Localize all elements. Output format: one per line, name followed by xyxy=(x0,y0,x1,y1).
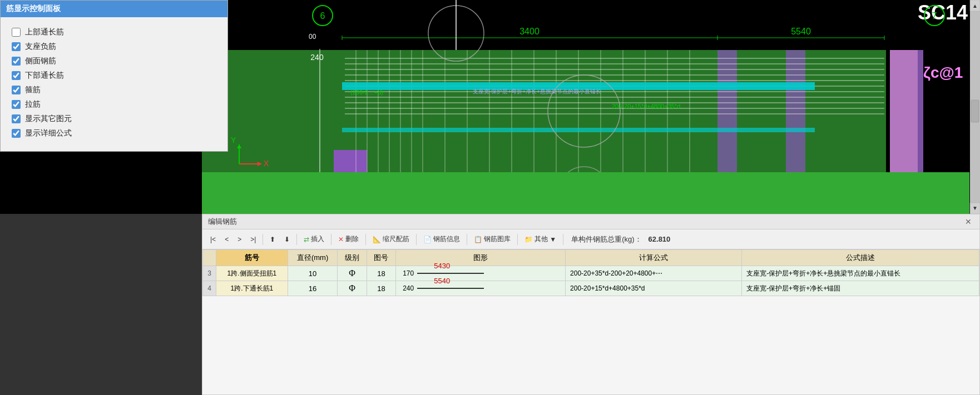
download-icon: ⬇ xyxy=(284,236,290,243)
fig-no-cell: 18 xyxy=(367,281,395,296)
checkbox-7[interactable] xyxy=(12,129,21,138)
col-header-formula: 计算公式 xyxy=(566,250,742,266)
scale-rebar-button[interactable]: 📐 缩尺配筋 xyxy=(369,233,413,246)
nav-first-label: |< xyxy=(210,236,216,243)
delete-button[interactable]: ✕ 删除 xyxy=(335,233,362,246)
col-header-formula-desc: 公式描述 xyxy=(742,250,979,266)
svg-text:▼: ▼ xyxy=(972,205,978,211)
table-row[interactable]: 31跨.侧面受扭筋110Φ18 170 5430 200-20+35*d-200… xyxy=(203,266,979,281)
checkbox-row-0: 上部通长筋 xyxy=(12,27,216,37)
control-panel-body: 上部通长筋支座负筋侧面钢筋下部通长筋箍筋拉筋显示其它图元显示详细公式 xyxy=(1,17,227,151)
svg-rect-73 xyxy=(971,100,979,122)
scale-icon: 📐 xyxy=(373,236,381,243)
bottom-panel-title: 编辑钢筋 xyxy=(208,217,237,227)
delete-icon: ✕ xyxy=(338,236,344,243)
separator-7 xyxy=(517,234,518,245)
nav-prev-label: < xyxy=(225,236,229,243)
checkbox-row-7: 显示详细公式 xyxy=(12,128,216,138)
rebar-info-button[interactable]: 📄 钢筋信息 xyxy=(420,233,463,246)
checkbox-3[interactable] xyxy=(12,71,21,80)
insert-label: 插入 xyxy=(311,234,324,244)
checkbox-label-7: 显示详细公式 xyxy=(25,128,72,138)
svg-text:7: 7 xyxy=(932,11,937,21)
nav-last-label: >| xyxy=(250,236,256,243)
svg-text:200-20+15*d+4800+35*d: 200-20+15*d+4800+35*d xyxy=(612,103,680,109)
separator-4 xyxy=(365,234,366,245)
other-button[interactable]: 📁 其他 ▼ xyxy=(521,233,560,246)
svg-text:Y: Y xyxy=(231,136,236,144)
svg-text:X: X xyxy=(264,159,269,168)
separator-8 xyxy=(563,234,563,245)
formula-cell: 200-20+15*d+4800+35*d xyxy=(566,281,742,296)
checkbox-label-3: 下部通长筋 xyxy=(25,71,64,81)
nav-first-button[interactable]: |< xyxy=(207,234,219,245)
upload-button[interactable]: ⬆ xyxy=(266,234,279,245)
other-arrow-icon: ▼ xyxy=(550,236,556,243)
checkbox-row-3: 下部通长筋 xyxy=(12,71,216,81)
diameter-cell: 10 xyxy=(288,266,337,281)
figure-cell: 170 5430 xyxy=(396,266,566,281)
checkbox-6[interactable] xyxy=(12,114,21,123)
nav-prev-button[interactable]: < xyxy=(221,234,232,245)
insert-icon: ⇄ xyxy=(304,236,309,243)
formula-desc-cell: 支座宽-保护层+弯折+净长+锚固 xyxy=(742,281,979,296)
weight-label: 单构件钢筋总重(kg)： xyxy=(571,234,641,244)
col-header-rebarno: 筋号 xyxy=(216,250,288,266)
scale-label: 缩尺配筋 xyxy=(383,234,409,244)
checkbox-label-5: 拉筋 xyxy=(25,99,41,109)
formula-cell: 200-20+35*d-200+20+4800+⋯ xyxy=(566,266,742,281)
delete-label: 删除 xyxy=(345,234,359,244)
rebar-lib-icon: 📋 xyxy=(474,236,482,243)
checkbox-0[interactable] xyxy=(12,28,21,37)
svg-text:▲: ▲ xyxy=(972,3,978,9)
svg-text:6: 6 xyxy=(320,11,325,21)
upload-icon: ⬆ xyxy=(270,236,275,243)
separator-3 xyxy=(331,234,331,245)
close-button[interactable]: ✕ xyxy=(963,217,974,226)
checkbox-label-6: 显示其它图元 xyxy=(25,114,72,124)
rebar-info-label: 钢筋信息 xyxy=(433,234,460,244)
bottom-panel: 编辑钢筋 ✕ |< < > >| ⬆ ⬇ ⇄ 插入 ✕ 删除 xyxy=(202,214,980,395)
nav-last-button[interactable]: >| xyxy=(247,234,259,245)
col-header-figno: 图号 xyxy=(367,250,395,266)
rebar-data-table: 筋号 直径(mm) 级别 图号 图形 计算公式 公式描述 31跨.侧面受扭筋11… xyxy=(202,249,979,296)
checkbox-1[interactable] xyxy=(12,42,21,51)
figure-cell: 240 5540 xyxy=(396,281,566,296)
svg-text:支座宽-保护层+弯折+净长+悬挑梁节点的最小直锚长: 支座宽-保护层+弯折+净长+悬挑梁节点的最小直锚长 xyxy=(473,88,601,94)
col-header-diameter: 直径(mm) xyxy=(288,250,337,266)
svg-text:ζc@1: ζc@1 xyxy=(923,64,963,81)
separator-6 xyxy=(467,234,467,245)
row-number: 4 xyxy=(203,281,216,296)
separator-5 xyxy=(416,234,417,245)
table-row[interactable]: 41跨.下通长筋116Φ18 240 5540 200-20+15*d+4800… xyxy=(203,281,979,296)
other-icon: 📁 xyxy=(524,236,533,243)
svg-text:00: 00 xyxy=(309,33,316,41)
grade-cell: Φ xyxy=(338,266,367,281)
nav-next-label: > xyxy=(237,236,241,243)
nav-next-button[interactable]: > xyxy=(234,234,245,245)
checkbox-row-6: 显示其它图元 xyxy=(12,114,216,124)
checkbox-row-1: 支座负筋 xyxy=(12,42,216,52)
rebar-name-cell: 1跨.侧面受扭筋1 xyxy=(216,266,288,281)
checkbox-row-5: 拉筋 xyxy=(12,99,216,109)
formula-desc-cell: 支座宽-保护层+弯折+净长+悬挑梁节点的最小直锚长 xyxy=(742,266,979,281)
checkbox-row-2: 侧面钢筋 xyxy=(12,56,216,66)
separator-2 xyxy=(296,234,297,245)
grade-cell: Φ xyxy=(338,281,367,296)
insert-button[interactable]: ⇄ 插入 xyxy=(300,233,328,246)
other-label: 其他 xyxy=(534,234,548,244)
svg-text:3400: 3400 xyxy=(519,27,540,36)
checkbox-label-0: 上部通长筋 xyxy=(25,27,64,37)
download-button[interactable]: ⬇ xyxy=(281,234,293,245)
checkbox-2[interactable] xyxy=(12,57,21,66)
svg-text:240: 240 xyxy=(310,53,324,62)
row-number: 3 xyxy=(203,266,216,281)
checkbox-5[interactable] xyxy=(12,100,21,109)
rebar-lib-button[interactable]: 📋 钢筋图库 xyxy=(471,233,514,246)
control-panel: 筋显示控制面板 上部通长筋支座负筋侧面钢筋下部通长筋箍筋拉筋显示其它图元显示详细… xyxy=(0,0,228,152)
weight-value: 62.810 xyxy=(649,235,671,243)
checkbox-4[interactable] xyxy=(12,86,21,94)
fig-no-cell: 18 xyxy=(367,266,395,281)
rebar-name-cell: 1跨.下通长筋1 xyxy=(216,281,288,296)
col-header-grade: 级别 xyxy=(338,250,367,266)
